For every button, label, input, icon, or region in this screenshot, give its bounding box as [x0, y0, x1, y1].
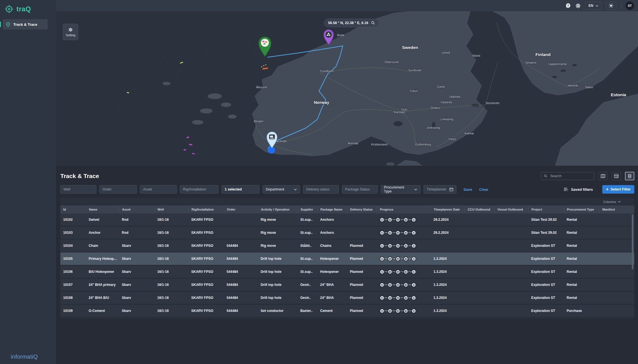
cell-procurement: Rental [564, 296, 599, 300]
map-view-button[interactable] [598, 172, 608, 180]
table-row[interactable]: 1010724" BHA primarySkarv16/1-16SKARV FP… [60, 279, 634, 292]
filter-activity-multiselect[interactable]: 1 selected [222, 185, 260, 194]
cell-activity: Drill top hole [258, 270, 297, 274]
cell-supplier: St.sup.. [297, 270, 317, 274]
filter-department-select[interactable]: Department [263, 185, 300, 194]
sun-icon [609, 3, 614, 8]
city-label: Umeå [442, 51, 450, 54]
progress-steps: SBRBS [377, 282, 431, 287]
informatiq-logo: informatiQ [0, 354, 56, 364]
cell-well: 16/1-16 [154, 218, 188, 222]
settings-button[interactable] [575, 3, 581, 8]
column-header[interactable]: Vessel Outbound [494, 205, 528, 213]
column-header[interactable]: Package Name [317, 205, 347, 213]
help-button[interactable]: ? [565, 3, 571, 8]
column-header[interactable]: Id [60, 205, 86, 213]
table-row[interactable]: 10103AnchorRod16/1-16SKARV FPSORig moveS… [60, 226, 634, 239]
city-label: Örebro [431, 106, 440, 110]
cell-supplier: St.sup.. [297, 231, 317, 235]
split-view-button[interactable] [625, 172, 634, 180]
cell-name: Swivel [86, 218, 119, 222]
cell-rig: SKARV FPSO [188, 283, 224, 287]
save-filters-link[interactable]: Save [463, 187, 472, 192]
zoom-icon[interactable] [371, 21, 375, 25]
orders-table: Columns IdNameAssetWellRig/InstallationO… [60, 198, 634, 319]
saved-filters-button[interactable]: Saved filters [563, 187, 593, 192]
cell-package: Anchors [317, 218, 347, 222]
progress-connector [392, 311, 395, 311]
user-avatar[interactable]: ST [626, 1, 634, 10]
progress-connector [384, 271, 388, 272]
filter-order-input[interactable] [99, 185, 137, 194]
progress-steps: SBRBS [377, 309, 431, 313]
cell-order: 544484 [224, 283, 258, 287]
cell-rig: SKARV FPSO [188, 244, 224, 248]
search-input[interactable] [550, 174, 592, 178]
map-graticule [106, 24, 256, 120]
map: NorwaySwedenFinlandEstonia BodøTrondheim… [56, 11, 638, 166]
column-header[interactable]: Order [224, 205, 258, 213]
country-label: Sweden [402, 45, 418, 50]
column-header[interactable]: Manifest [599, 205, 634, 213]
progress-step-b: B [403, 230, 408, 235]
search-icon [544, 174, 547, 178]
column-header[interactable]: Name [86, 205, 119, 213]
progress-connector [392, 258, 395, 259]
page-title: Track & Trace [60, 173, 99, 179]
cell-procurement: Rental [564, 231, 599, 235]
progress-connector [400, 245, 403, 246]
table-row[interactable]: 10102SwivelRod16/1-16SKARV FPSORig moveS… [60, 213, 634, 226]
cell-package: Holeopener [317, 270, 347, 274]
table-row[interactable]: 10109G-CementSkarv16/1-16SKARV FPSO54448… [60, 305, 634, 318]
cell-id: 10105 [60, 257, 86, 261]
city-label: Kalmar [465, 132, 474, 135]
filter-delivery-status-input[interactable] [303, 185, 339, 194]
filter-package-status-input[interactable] [342, 185, 378, 194]
cell-rig: SKARV FPSO [188, 309, 224, 313]
map-canvas[interactable]: NorwaySwedenFinlandEstonia BodøTrondheim… [56, 11, 638, 166]
table-row[interactable]: 10104ChainSkarv16/1-16SKARV FPSO544484Ri… [60, 239, 634, 252]
column-header[interactable]: Supplier [297, 205, 317, 213]
cell-delivery_status: Planned [347, 244, 377, 248]
column-header[interactable]: Rig/Installation [188, 205, 224, 213]
country-label: Finland [535, 52, 550, 57]
cell-procurement: Rental [564, 270, 599, 274]
progress-connector [392, 271, 395, 272]
cell-project: Exploration ST [528, 283, 564, 287]
column-header[interactable]: Activity / Operation [258, 205, 297, 213]
clear-filters-link[interactable]: Clear [479, 187, 488, 192]
column-header[interactable]: Well [154, 205, 188, 213]
filter-asset-input[interactable] [140, 185, 177, 194]
columns-button[interactable]: Columns [603, 200, 621, 204]
filter-procurement-type-select[interactable]: Procurement Type [381, 185, 420, 194]
column-header[interactable]: Timeplanner Date [431, 205, 465, 213]
table-view-button[interactable] [612, 172, 621, 180]
progress-connector [408, 284, 411, 285]
column-header[interactable]: Procurement Type [564, 205, 599, 213]
select-filter-button[interactable]: + Select Filter [602, 185, 634, 194]
filter-timeplanner-datepicker[interactable]: Timeplanner [424, 185, 456, 194]
column-header[interactable]: Asset [119, 205, 154, 213]
column-header[interactable]: Delivery Status [347, 205, 377, 213]
cell-date: 29.2.2024 [431, 231, 465, 235]
progress-connector [400, 232, 403, 233]
progress-connector [400, 271, 403, 272]
table-row[interactable]: 10106B/U HoleopenerSkarv16/1-16SKARV FPS… [60, 265, 634, 279]
filter-rig-input[interactable] [180, 185, 218, 194]
theme-toggle-button[interactable] [606, 2, 616, 10]
table-scrollbar[interactable] [632, 214, 633, 269]
progress-step-r: R [395, 256, 400, 261]
topbar-divider [621, 2, 621, 9]
language-selector[interactable]: EN [585, 2, 601, 10]
table-row[interactable]: 10105Primary Holeop...Skarv16/1-16SKARV … [60, 252, 634, 265]
cell-project: Exploration ST [528, 257, 564, 261]
sidebar-item-track-trace[interactable]: Track & Trace [3, 19, 48, 29]
filter-well-input[interactable] [60, 185, 96, 194]
map-settings-button[interactable]: Setting [63, 24, 78, 40]
column-header[interactable]: CCU Outbound [465, 205, 494, 213]
cell-name: G-Cement [86, 309, 119, 313]
column-header[interactable]: Progress [377, 205, 431, 213]
city-label: Bergen [254, 119, 263, 123]
table-row[interactable]: 1010824" BHA B/USkarv16/1-16SKARV FPSO54… [60, 292, 634, 305]
column-header[interactable]: Project [528, 205, 564, 213]
